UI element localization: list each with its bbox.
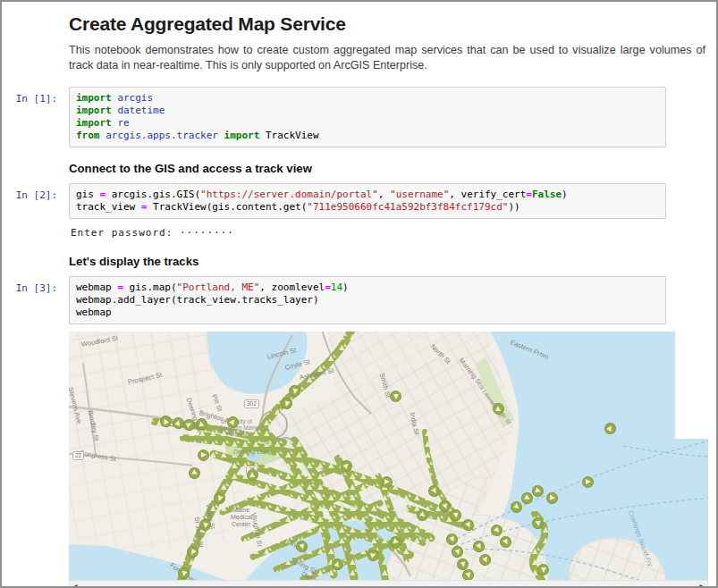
page-title: Create Aggregated Map Service (69, 13, 716, 35)
code-cell-1: In [1]: import arcgisimport datetimeimpo… (2, 87, 716, 147)
notebook-page: Create Aggregated Map Service This noteb… (0, 0, 718, 588)
section-heading-connect: Connect to the GIS and access a track vi… (69, 162, 716, 175)
scroll-left-icon[interactable]: ◄ (72, 581, 79, 588)
code-cell-2: In [2]: gis = arcgis.gis.GIS("https://se… (2, 183, 716, 240)
notebook-description: This notebook demonstrates how to create… (69, 43, 705, 73)
map-horizontal-scrollbar[interactable]: ◄ ► (69, 580, 708, 588)
section-heading-display: Let's display the tracks (69, 255, 716, 268)
webmap-widget[interactable]: Woodford StLincoln StCoyle StAshmont StP… (69, 332, 708, 580)
code-editor-2[interactable]: gis = arcgis.gis.GIS("https://server.dom… (69, 183, 666, 219)
code-editor-1[interactable]: import arcgisimport datetimeimport refro… (69, 87, 666, 147)
map-basemap (69, 332, 708, 580)
scroll-right-icon[interactable]: ► (698, 581, 705, 588)
code-editor-3[interactable]: webmap = gis.map("Portland, ME", zoomlev… (69, 276, 666, 324)
input-prompt-3: In [3]: (2, 276, 57, 324)
code-cell-3: In [3]: webmap = gis.map("Portland, ME",… (2, 276, 716, 324)
password-output: Enter password: ········ (69, 219, 716, 240)
input-prompt-1: In [1]: (2, 87, 57, 147)
map-missing-tile (675, 332, 708, 439)
input-prompt-2: In [2]: (2, 183, 57, 240)
map-output-row: Woodford StLincoln StCoyle StAshmont StP… (2, 332, 716, 588)
